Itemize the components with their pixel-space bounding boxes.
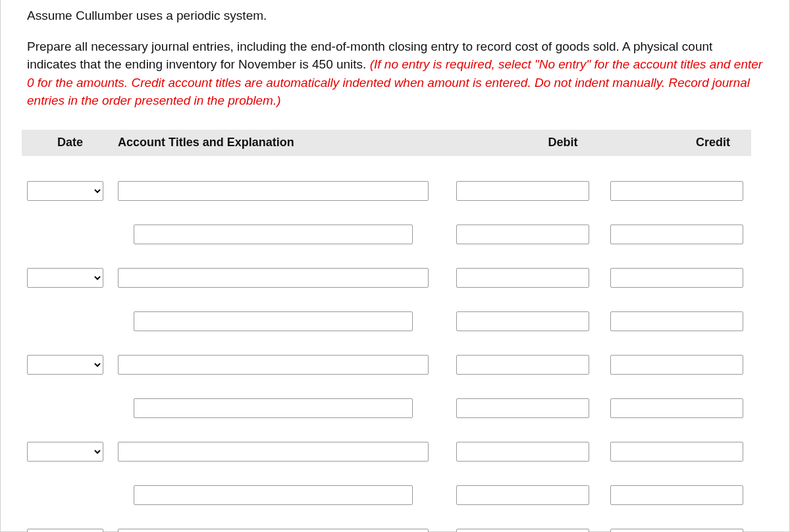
cell-debit [451, 485, 605, 505]
date-select[interactable] [27, 181, 103, 201]
table-row [22, 517, 751, 532]
cell-date [22, 311, 118, 331]
cell-account [118, 355, 451, 375]
credit-input[interactable] [610, 181, 743, 201]
cell-debit [451, 355, 605, 375]
cell-debit [451, 225, 605, 244]
date-spacer [27, 398, 103, 418]
account-input[interactable] [118, 442, 429, 462]
cell-credit [605, 268, 751, 288]
intro-block: Prepare all necessary journal entries, i… [27, 38, 763, 110]
cell-credit [605, 442, 751, 462]
header-debit: Debit [451, 136, 605, 149]
account-input[interactable] [134, 311, 413, 331]
cell-date [22, 355, 118, 375]
cell-account [118, 529, 451, 532]
debit-input[interactable] [456, 355, 589, 375]
page: Assume Cullumber uses a periodic system.… [0, 0, 790, 532]
account-input[interactable] [118, 355, 429, 375]
credit-input[interactable] [610, 529, 743, 532]
cell-account [118, 442, 451, 462]
credit-input[interactable] [610, 355, 743, 375]
cell-account [118, 485, 451, 505]
cell-date [22, 529, 118, 532]
cell-credit [605, 398, 751, 418]
table-row [22, 343, 751, 386]
table-header: Date Account Titles and Explanation Debi… [22, 130, 751, 156]
debit-input[interactable] [456, 311, 589, 331]
cell-debit [451, 181, 605, 201]
table-row [22, 386, 751, 430]
credit-input[interactable] [610, 442, 743, 462]
debit-input[interactable] [456, 181, 589, 201]
debit-input[interactable] [456, 529, 589, 532]
account-input[interactable] [118, 181, 429, 201]
cell-account [118, 225, 451, 244]
date-select[interactable] [27, 355, 103, 375]
journal-entry-table: Date Account Titles and Explanation Debi… [22, 130, 751, 532]
cell-date [22, 181, 118, 201]
cell-debit [451, 311, 605, 331]
credit-input[interactable] [610, 311, 743, 331]
cell-debit [451, 442, 605, 462]
account-input[interactable] [118, 529, 429, 532]
account-input[interactable] [134, 225, 413, 244]
account-input[interactable] [118, 268, 429, 288]
intro-line-1: Assume Cullumber uses a periodic system. [27, 7, 763, 25]
cell-credit [605, 485, 751, 505]
debit-input[interactable] [456, 268, 589, 288]
header-date: Date [22, 136, 118, 149]
header-account: Account Titles and Explanation [118, 136, 451, 149]
cell-credit [605, 225, 751, 244]
cell-debit [451, 398, 605, 418]
cell-account [118, 268, 451, 288]
cell-account [118, 398, 451, 418]
table-row [22, 430, 751, 473]
credit-input[interactable] [610, 268, 743, 288]
cell-date [22, 225, 118, 244]
cell-credit [605, 181, 751, 201]
credit-input[interactable] [610, 398, 743, 418]
debit-input[interactable] [456, 398, 589, 418]
account-input[interactable] [134, 398, 413, 418]
credit-input[interactable] [610, 485, 743, 505]
date-spacer [27, 311, 103, 331]
cell-debit [451, 529, 605, 532]
cell-date [22, 485, 118, 505]
debit-input[interactable] [456, 225, 589, 244]
date-select[interactable] [27, 268, 103, 288]
cell-account [118, 181, 451, 201]
date-spacer [27, 225, 103, 244]
table-row [22, 169, 751, 213]
date-select[interactable] [27, 529, 103, 532]
header-credit: Credit [605, 136, 751, 149]
date-select[interactable] [27, 442, 103, 462]
cell-credit [605, 529, 751, 532]
cell-credit [605, 311, 751, 331]
table-row [22, 300, 751, 343]
table-body [22, 156, 751, 532]
table-row [22, 256, 751, 300]
cell-credit [605, 355, 751, 375]
account-input[interactable] [134, 485, 413, 505]
cell-date [22, 268, 118, 288]
cell-debit [451, 268, 605, 288]
credit-input[interactable] [610, 225, 743, 244]
cell-date [22, 442, 118, 462]
cell-account [118, 311, 451, 331]
table-row [22, 213, 751, 256]
debit-input[interactable] [456, 442, 589, 462]
table-row [22, 473, 751, 517]
cell-date [22, 398, 118, 418]
debit-input[interactable] [456, 485, 589, 505]
date-spacer [27, 485, 103, 505]
